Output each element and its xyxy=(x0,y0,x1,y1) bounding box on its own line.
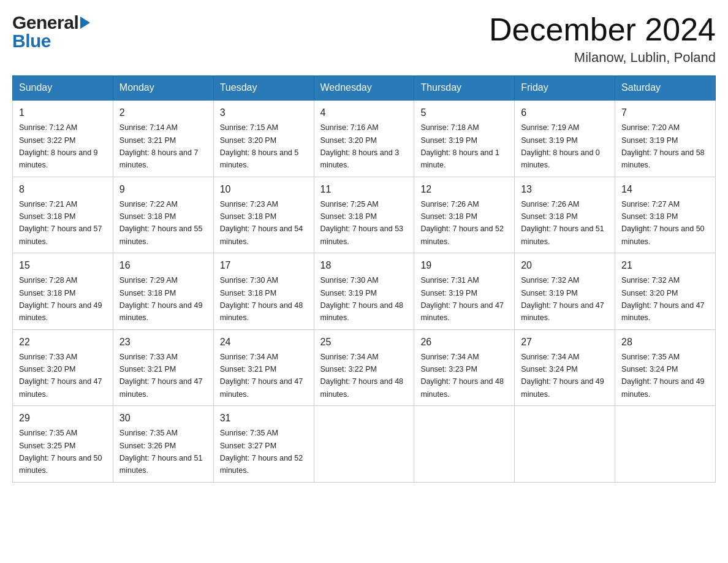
calendar-day-cell: 31Sunrise: 7:35 AMSunset: 3:27 PMDayligh… xyxy=(213,406,314,483)
day-info: Sunrise: 7:35 AMSunset: 3:25 PMDaylight:… xyxy=(19,429,102,475)
day-number: 1 xyxy=(19,105,107,120)
calendar-day-cell: 1Sunrise: 7:12 AMSunset: 3:22 PMDaylight… xyxy=(13,100,113,177)
calendar-day-cell: 21Sunrise: 7:32 AMSunset: 3:20 PMDayligh… xyxy=(615,253,716,330)
calendar-day-cell: 18Sunrise: 7:30 AMSunset: 3:19 PMDayligh… xyxy=(314,253,414,330)
calendar-day-cell xyxy=(615,406,716,483)
day-number: 20 xyxy=(521,258,609,273)
day-info: Sunrise: 7:30 AMSunset: 3:18 PMDaylight:… xyxy=(220,276,303,322)
calendar-day-cell: 8Sunrise: 7:21 AMSunset: 3:18 PMDaylight… xyxy=(13,177,113,253)
calendar-day-cell xyxy=(414,406,515,483)
calendar-week-row: 29Sunrise: 7:35 AMSunset: 3:25 PMDayligh… xyxy=(13,406,716,483)
day-info: Sunrise: 7:14 AMSunset: 3:21 PMDaylight:… xyxy=(119,123,199,169)
calendar-day-cell: 25Sunrise: 7:34 AMSunset: 3:22 PMDayligh… xyxy=(314,329,414,406)
day-info: Sunrise: 7:15 AMSunset: 3:20 PMDaylight:… xyxy=(220,123,299,169)
calendar-day-cell: 10Sunrise: 7:23 AMSunset: 3:18 PMDayligh… xyxy=(213,177,314,253)
day-number: 14 xyxy=(621,182,709,197)
weekday-header-cell: Sunday xyxy=(13,76,113,101)
logo-general-text: General xyxy=(12,12,78,33)
day-number: 25 xyxy=(320,335,408,350)
calendar-day-cell: 7Sunrise: 7:20 AMSunset: 3:19 PMDaylight… xyxy=(615,100,716,177)
calendar-day-cell: 22Sunrise: 7:33 AMSunset: 3:20 PMDayligh… xyxy=(13,329,113,406)
day-info: Sunrise: 7:35 AMSunset: 3:26 PMDaylight:… xyxy=(119,429,203,475)
day-info: Sunrise: 7:31 AMSunset: 3:19 PMDaylight:… xyxy=(420,276,504,322)
day-number: 15 xyxy=(19,258,107,273)
calendar-day-cell: 12Sunrise: 7:26 AMSunset: 3:18 PMDayligh… xyxy=(414,177,515,253)
calendar-day-cell: 2Sunrise: 7:14 AMSunset: 3:21 PMDaylight… xyxy=(113,100,213,177)
month-title: December 2024 xyxy=(489,12,716,47)
calendar-day-cell: 15Sunrise: 7:28 AMSunset: 3:18 PMDayligh… xyxy=(13,253,113,330)
day-info: Sunrise: 7:22 AMSunset: 3:18 PMDaylight:… xyxy=(119,200,203,246)
day-number: 23 xyxy=(119,335,207,350)
calendar-day-cell: 30Sunrise: 7:35 AMSunset: 3:26 PMDayligh… xyxy=(113,406,213,483)
day-number: 12 xyxy=(420,182,508,197)
day-info: Sunrise: 7:32 AMSunset: 3:20 PMDaylight:… xyxy=(621,276,705,322)
day-info: Sunrise: 7:30 AMSunset: 3:19 PMDaylight:… xyxy=(320,276,404,322)
day-number: 8 xyxy=(19,182,107,197)
calendar-table: SundayMondayTuesdayWednesdayThursdayFrid… xyxy=(12,75,716,483)
day-number: 21 xyxy=(621,258,709,273)
calendar-day-cell: 11Sunrise: 7:25 AMSunset: 3:18 PMDayligh… xyxy=(314,177,414,253)
calendar-day-cell: 13Sunrise: 7:26 AMSunset: 3:18 PMDayligh… xyxy=(515,177,615,253)
day-number: 13 xyxy=(521,182,609,197)
calendar-day-cell: 28Sunrise: 7:35 AMSunset: 3:24 PMDayligh… xyxy=(615,329,716,406)
day-number: 27 xyxy=(521,335,609,350)
day-number: 28 xyxy=(621,335,709,350)
logo: General Blue xyxy=(12,12,90,52)
day-number: 18 xyxy=(320,258,408,273)
calendar-week-row: 8Sunrise: 7:21 AMSunset: 3:18 PMDaylight… xyxy=(13,177,716,253)
calendar-day-cell: 9Sunrise: 7:22 AMSunset: 3:18 PMDaylight… xyxy=(113,177,213,253)
day-number: 2 xyxy=(119,105,207,120)
day-number: 3 xyxy=(220,105,308,120)
day-number: 11 xyxy=(320,182,408,197)
calendar-day-cell: 3Sunrise: 7:15 AMSunset: 3:20 PMDaylight… xyxy=(213,100,314,177)
calendar-day-cell: 19Sunrise: 7:31 AMSunset: 3:19 PMDayligh… xyxy=(414,253,515,330)
day-number: 6 xyxy=(521,105,609,120)
calendar-day-cell: 20Sunrise: 7:32 AMSunset: 3:19 PMDayligh… xyxy=(515,253,615,330)
day-info: Sunrise: 7:35 AMSunset: 3:24 PMDaylight:… xyxy=(621,353,705,399)
day-info: Sunrise: 7:16 AMSunset: 3:20 PMDaylight:… xyxy=(320,123,400,169)
calendar-body: 1Sunrise: 7:12 AMSunset: 3:22 PMDaylight… xyxy=(13,100,716,482)
day-number: 31 xyxy=(220,411,308,426)
calendar-day-cell: 16Sunrise: 7:29 AMSunset: 3:18 PMDayligh… xyxy=(113,253,213,330)
calendar-week-row: 15Sunrise: 7:28 AMSunset: 3:18 PMDayligh… xyxy=(13,253,716,330)
day-info: Sunrise: 7:23 AMSunset: 3:18 PMDaylight:… xyxy=(220,200,303,246)
day-info: Sunrise: 7:26 AMSunset: 3:18 PMDaylight:… xyxy=(420,200,504,246)
calendar-day-cell: 6Sunrise: 7:19 AMSunset: 3:19 PMDaylight… xyxy=(515,100,615,177)
day-info: Sunrise: 7:20 AMSunset: 3:19 PMDaylight:… xyxy=(621,123,705,169)
day-info: Sunrise: 7:34 AMSunset: 3:24 PMDaylight:… xyxy=(521,353,604,399)
day-info: Sunrise: 7:27 AMSunset: 3:18 PMDaylight:… xyxy=(621,200,705,246)
weekday-header-cell: Saturday xyxy=(615,76,716,101)
day-number: 10 xyxy=(220,182,308,197)
day-number: 17 xyxy=(220,258,308,273)
header: General Blue December 2024 Milanow, Lubl… xyxy=(12,12,716,66)
day-number: 30 xyxy=(119,411,207,426)
day-info: Sunrise: 7:29 AMSunset: 3:18 PMDaylight:… xyxy=(119,276,203,322)
calendar-week-row: 1Sunrise: 7:12 AMSunset: 3:22 PMDaylight… xyxy=(13,100,716,177)
calendar-day-cell: 29Sunrise: 7:35 AMSunset: 3:25 PMDayligh… xyxy=(13,406,113,483)
day-info: Sunrise: 7:21 AMSunset: 3:18 PMDaylight:… xyxy=(19,200,102,246)
day-number: 7 xyxy=(621,105,709,120)
day-number: 9 xyxy=(119,182,207,197)
calendar-day-cell: 26Sunrise: 7:34 AMSunset: 3:23 PMDayligh… xyxy=(414,329,515,406)
day-info: Sunrise: 7:32 AMSunset: 3:19 PMDaylight:… xyxy=(521,276,604,322)
weekday-header-cell: Monday xyxy=(113,76,213,101)
logo-blue-text: Blue xyxy=(12,31,51,52)
day-info: Sunrise: 7:28 AMSunset: 3:18 PMDaylight:… xyxy=(19,276,102,322)
weekday-header-row: SundayMondayTuesdayWednesdayThursdayFrid… xyxy=(13,76,716,101)
day-number: 19 xyxy=(420,258,508,273)
weekday-header-cell: Wednesday xyxy=(314,76,414,101)
weekday-header-cell: Friday xyxy=(515,76,615,101)
calendar-day-cell: 27Sunrise: 7:34 AMSunset: 3:24 PMDayligh… xyxy=(515,329,615,406)
weekday-header-cell: Thursday xyxy=(414,76,515,101)
day-info: Sunrise: 7:12 AMSunset: 3:22 PMDaylight:… xyxy=(19,123,98,169)
weekday-header-cell: Tuesday xyxy=(213,76,314,101)
day-number: 4 xyxy=(320,105,408,120)
day-info: Sunrise: 7:19 AMSunset: 3:19 PMDaylight:… xyxy=(521,123,600,169)
calendar-day-cell xyxy=(314,406,414,483)
day-info: Sunrise: 7:26 AMSunset: 3:18 PMDaylight:… xyxy=(521,200,604,246)
calendar-day-cell: 14Sunrise: 7:27 AMSunset: 3:18 PMDayligh… xyxy=(615,177,716,253)
day-number: 26 xyxy=(420,335,508,350)
day-info: Sunrise: 7:34 AMSunset: 3:23 PMDaylight:… xyxy=(420,353,504,399)
calendar-day-cell: 23Sunrise: 7:33 AMSunset: 3:21 PMDayligh… xyxy=(113,329,213,406)
calendar-day-cell: 5Sunrise: 7:18 AMSunset: 3:19 PMDaylight… xyxy=(414,100,515,177)
